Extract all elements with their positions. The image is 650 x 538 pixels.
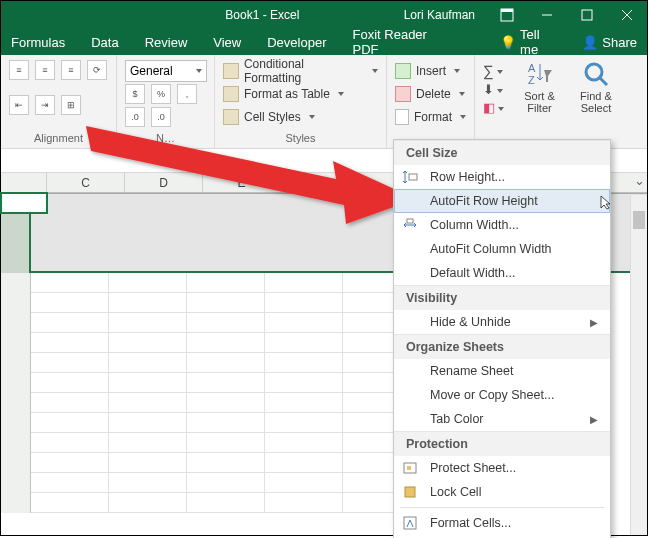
insert-icon [395,63,411,79]
chevron-down-icon [309,115,315,119]
vertical-scrollbar[interactable] [630,195,647,535]
format-cells-button[interactable]: Format [395,106,466,128]
ribbon-display-options-icon[interactable] [487,1,527,29]
chevron-down-icon [459,92,465,96]
currency-icon[interactable]: $ [125,84,145,104]
row-height-icon [402,169,418,185]
tab-formulas[interactable]: Formulas [11,35,65,50]
menu-row-height-label: Row Height... [430,170,505,184]
cell-styles-icon [223,109,239,125]
col-header[interactable]: F [281,173,359,192]
number-format-combo[interactable]: General [125,60,207,82]
conditional-formatting-button[interactable]: Conditional Formatting [223,60,378,82]
minimize-button[interactable] [527,1,567,29]
window-title: Book1 - Excel [121,8,404,22]
window-titlebar: Book1 - Excel Lori Kaufman [1,1,647,29]
tab-data[interactable]: Data [91,35,118,50]
sort-filter-button[interactable]: AZ Sort & Filter [519,60,561,148]
menu-move-label: Move or Copy Sheet... [430,388,554,402]
cell-styles-button[interactable]: Cell Styles [223,106,378,128]
person-icon: 👤 [582,35,598,50]
format-dropdown-menu: Cell Size Row Height... AutoFit Row Heig… [393,139,611,538]
align-right-icon[interactable]: ≡ [61,60,81,80]
close-button[interactable] [607,1,647,29]
conditional-formatting-icon [223,63,239,79]
format-as-table-button[interactable]: Format as Table [223,83,378,105]
tell-me[interactable]: 💡Tell me [500,27,556,57]
menu-rename-sheet[interactable]: Rename Sheet [394,359,610,383]
decrease-decimal-icon[interactable]: .0 [151,107,171,127]
row-header[interactable] [1,273,31,293]
menu-header-sheets: Organize Sheets [394,334,610,359]
sort-filter-icon: AZ [526,60,554,88]
comma-icon[interactable]: , [177,84,197,104]
menu-protect-sheet[interactable]: Protect Sheet... [394,456,610,480]
cell-styles-label: Cell Styles [244,110,301,124]
chevron-down-icon [196,69,202,73]
clear-icon[interactable]: ◧ [483,100,504,115]
svg-text:A: A [528,62,536,74]
bulb-icon: 💡 [500,35,516,50]
menu-column-width[interactable]: Column Width... [394,213,610,237]
find-select-icon [582,60,610,88]
menu-default-width[interactable]: Default Width... [394,261,610,285]
outdent-icon[interactable]: ⇤ [9,95,29,115]
menu-header-cellsize: Cell Size [394,140,610,165]
format-cells-icon [402,515,418,531]
tab-foxit[interactable]: Foxit Reader PDF [353,27,449,57]
svg-point-8 [586,64,602,80]
submenu-arrow-icon: ▶ [590,414,598,425]
menu-row-height[interactable]: Row Height... [394,165,610,189]
tab-review[interactable]: Review [145,35,188,50]
scrollbar-thumb[interactable] [633,211,645,229]
formula-bar-expand-icon[interactable]: ⌄ [634,173,645,188]
autosum-icon[interactable]: ∑ [483,62,504,79]
menu-autofit-col-label: AutoFit Column Width [430,242,552,256]
delete-icon [395,86,411,102]
active-cell[interactable] [1,193,47,213]
tab-view[interactable]: View [213,35,241,50]
percent-icon[interactable]: % [151,84,171,104]
delete-cells-button[interactable]: Delete [395,83,466,105]
col-header[interactable]: E [203,173,281,192]
menu-format-cells[interactable]: Format Cells... [394,511,610,535]
share-button[interactable]: 👤Share [582,35,637,50]
find-select-label: Find & Select [575,90,617,114]
menu-tabcolor-label: Tab Color [430,412,484,426]
menu-move-copy-sheet[interactable]: Move or Copy Sheet... [394,383,610,407]
format-as-table-label: Format as Table [244,87,330,101]
svg-rect-12 [407,219,413,223]
col-header[interactable] [1,173,47,192]
tab-developer[interactable]: Developer [267,35,326,50]
share-label: Share [602,35,637,50]
fill-icon[interactable]: ⬇ [483,82,504,97]
col-header[interactable]: D [125,173,203,192]
format-icon [395,109,409,125]
svg-rect-11 [409,174,417,180]
insert-label: Insert [416,64,446,78]
menu-lock-cell[interactable]: Lock Cell [394,480,610,504]
menu-lock-label: Lock Cell [430,485,481,499]
menu-autofit-row-height[interactable]: AutoFit Row Height [394,189,610,213]
align-center-icon[interactable]: ≡ [35,60,55,80]
align-left-icon[interactable]: ≡ [9,60,29,80]
menu-hide-unhide[interactable]: Hide & Unhide▶ [394,310,610,334]
svg-rect-14 [407,466,411,470]
conditional-formatting-label: Conditional Formatting [244,57,364,85]
tell-me-label: Tell me [520,27,556,57]
insert-cells-button[interactable]: Insert [395,60,466,82]
format-label: Format [414,110,452,124]
menu-column-width-label: Column Width... [430,218,519,232]
merge-icon[interactable]: ⊞ [61,95,81,115]
menu-protect-label: Protect Sheet... [430,461,516,475]
find-select-button[interactable]: Find & Select [575,60,617,148]
orientation-icon[interactable]: ⟳ [87,60,107,80]
indent-icon[interactable]: ⇥ [35,95,55,115]
menu-tab-color[interactable]: Tab Color▶ [394,407,610,431]
group-alignment-label: Alignment [9,129,108,148]
maximize-button[interactable] [567,1,607,29]
menu-autofit-column-width[interactable]: AutoFit Column Width [394,237,610,261]
col-header[interactable]: C [47,173,125,192]
chevron-down-icon [372,69,378,73]
increase-decimal-icon[interactable]: .0 [125,107,145,127]
